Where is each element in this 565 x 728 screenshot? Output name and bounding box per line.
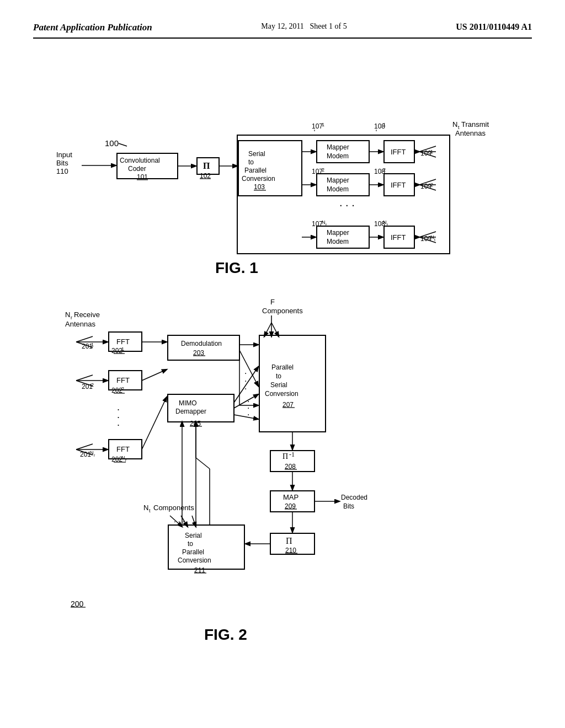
- nt-transmit-label: N: [452, 120, 457, 129]
- mimo-dots3: ·: [247, 410, 249, 419]
- serial-parallel-text2: to: [248, 158, 254, 166]
- ref202-2-sub: 2: [121, 386, 124, 392]
- serial-parallel-211-text4: Conversion: [178, 556, 211, 564]
- map-text: MAP: [283, 493, 299, 501]
- parallel-serial-box: [259, 335, 326, 432]
- ifft2-text: IFFT: [391, 181, 406, 189]
- fftN-text: FFT: [116, 445, 130, 453]
- nt-transmit-text2: Antennas: [455, 129, 486, 137]
- mimo-demapper-text2: Demapper: [175, 408, 206, 415]
- svg-line-74: [196, 458, 210, 469]
- dots-fft3: ·: [117, 419, 120, 430]
- nt-dots1: · · ·: [174, 517, 184, 526]
- fig1-svg: 100 Input Bits 110 Convolutional Coder 1…: [33, 50, 532, 287]
- serial-parallel-ref: 103: [254, 183, 265, 191]
- input-bits-label: Input: [56, 151, 72, 159]
- demodulation-text1: Demodulation: [181, 340, 222, 347]
- svg-line-48: [142, 397, 167, 449]
- ref201-nr-sub2: r: [94, 453, 95, 457]
- pi-text: Π: [286, 536, 292, 545]
- nr-receive-text2: Antennas: [65, 320, 95, 328]
- ref201-2-sub: 2: [91, 382, 94, 388]
- mapperN-text1: Mapper: [327, 229, 349, 237]
- ref109-nt-sub2: t: [434, 238, 435, 242]
- pi-inv-sup: -1: [289, 451, 295, 458]
- fft2-text: FFT: [116, 376, 130, 384]
- svg-line-57: [234, 415, 258, 419]
- svg-line-30: [264, 323, 271, 336]
- mapper2-text2: Modem: [327, 185, 349, 193]
- nt-components-text: Components: [153, 504, 194, 512]
- ifftN-text: IFFT: [391, 233, 406, 242]
- svg-line-43: [76, 444, 93, 449]
- fig1-container: 100 Input Bits 110 Convolutional Coder 1…: [33, 50, 532, 287]
- svg-line-37: [76, 375, 93, 381]
- fig1-label: FIG. 1: [215, 259, 258, 276]
- mapper1-text2: Modem: [327, 152, 349, 160]
- ifft1-text: IFFT: [391, 148, 406, 156]
- svg-line-42: [142, 370, 167, 381]
- nr-receive-label: N: [65, 311, 70, 319]
- nt-transmit-text: Transmit: [461, 120, 489, 129]
- serial-parallel-211-text1: Serial: [185, 532, 202, 539]
- decoded-bits-text1: Decoded: [341, 494, 367, 501]
- serial-parallel-text3: Parallel: [244, 167, 266, 174]
- interleaver-text: Π: [203, 161, 210, 170]
- input-bits-label2: Bits: [56, 159, 68, 167]
- fig2-container: N r Receive Antennas F Components 201 1: [33, 287, 532, 662]
- mimo-demapper-text1: MIMO: [179, 399, 197, 407]
- ref202-nr-sub: N: [121, 455, 125, 461]
- parallel-serial-text3: Serial: [270, 381, 287, 389]
- header-right: US 2011/0110449 A1: [456, 22, 532, 32]
- pi-inv-text: Π: [282, 452, 288, 461]
- f-components-label: F: [270, 298, 275, 306]
- mapperN-text2: Modem: [327, 238, 349, 245]
- ref107-2-sub: 2: [322, 167, 324, 173]
- serial-parallel-211-text2: to: [188, 540, 193, 548]
- nt-components-sub: t: [149, 508, 151, 513]
- ref202-1-sub: 1: [121, 346, 124, 352]
- mapper1-text1: Mapper: [327, 143, 349, 151]
- parallel-serial-text2: to: [276, 372, 281, 380]
- header-center: May 12, 2011 Sheet 1 of 5: [261, 22, 347, 31]
- page-header: Patent Application Publication May 12, 2…: [33, 22, 532, 39]
- header-left: Patent Application Publication: [33, 22, 152, 33]
- svg-line-56: [234, 394, 258, 408]
- ref108-1-sub: 1: [383, 122, 386, 127]
- serial-parallel-text1: Serial: [248, 150, 265, 158]
- ref108-nt-sub: N: [383, 220, 387, 225]
- svg-line-31: [76, 336, 93, 342]
- serial-parallel-text4: Conversion: [242, 175, 275, 183]
- fft1-text: FFT: [116, 338, 130, 346]
- mapper2-text1: Mapper: [327, 176, 349, 184]
- conv-coder-text2: Coder: [128, 165, 146, 173]
- parallel-serial-text1: Parallel: [271, 363, 294, 371]
- ref108-2-sub: 2: [383, 167, 386, 173]
- ref107-nt-sub: N: [322, 220, 326, 225]
- fig2-svg: N r Receive Antennas F Components 201 1: [33, 287, 532, 662]
- ref107-1-sub: 1: [322, 122, 324, 127]
- dots1: · · ·: [339, 199, 355, 211]
- decoded-bits-text2: Bits: [343, 502, 354, 510]
- fig2-label: FIG. 2: [204, 626, 247, 643]
- input-bits-ref: 110: [56, 167, 68, 175]
- serial-parallel-211-text3: Parallel: [182, 548, 204, 556]
- nt-components-label: N: [143, 504, 148, 512]
- page: Patent Application Publication May 12, 2…: [0, 0, 565, 728]
- nr-receive-text: Receive: [74, 311, 100, 319]
- svg-line-28: [271, 323, 279, 336]
- svg-line-0: [119, 143, 127, 146]
- conv-coder-text: Convolutional: [120, 157, 160, 164]
- f-components-text: Components: [262, 307, 303, 315]
- parallel-serial-text4: Conversion: [265, 390, 299, 398]
- ref100-label: 100: [105, 138, 119, 148]
